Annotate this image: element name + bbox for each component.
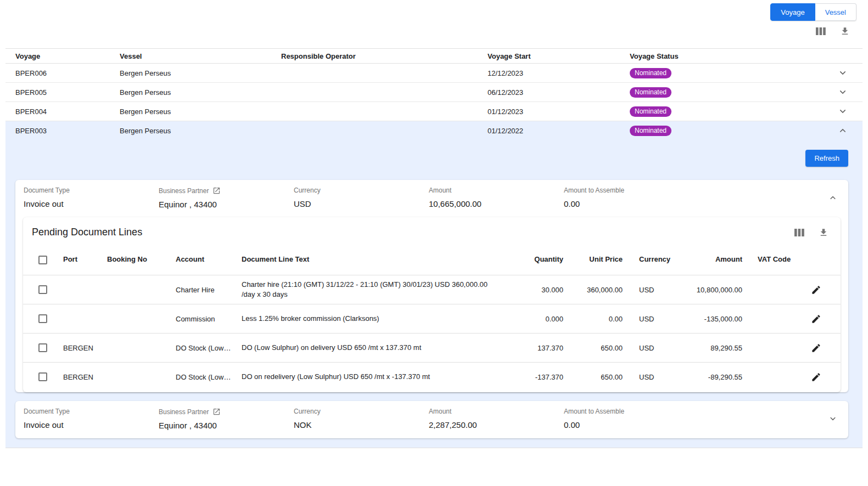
download-icon[interactable] <box>840 26 850 36</box>
row-checkbox[interactable] <box>38 343 47 352</box>
columns-icon[interactable] <box>816 27 826 36</box>
account-cell: DO Stock (Low… <box>176 344 242 352</box>
voyage-cell: BPER003 <box>5 127 120 135</box>
edit-pencil-icon[interactable] <box>811 372 821 382</box>
pending-document-lines-card: Pending Document Lines Port Booking No A… <box>23 217 841 392</box>
business-partner-label: Business Partner <box>159 187 209 195</box>
document-line-row: BERGEN DO Stock (Low… DO on redelivery (… <box>23 362 841 391</box>
unit-price-cell: 650.00 <box>563 344 623 352</box>
account-cell: Charter Hire <box>176 286 242 294</box>
currency-cell: USD <box>623 344 684 352</box>
unit-price-cell: 650.00 <box>563 373 623 381</box>
voyage-cell: BPER005 <box>5 88 120 97</box>
chevron-down-icon[interactable] <box>837 67 849 79</box>
edit-pencil-icon[interactable] <box>811 343 821 353</box>
toggle-vessel-button[interactable]: Vessel <box>815 3 856 21</box>
vessel-cell: Bergen Perseus <box>120 88 281 97</box>
document-line-row: Charter Hire Charter hire (21:10 (GMT) 3… <box>23 275 841 304</box>
document-summary[interactable]: Document Type Invoice out Business Partn… <box>15 180 848 217</box>
table-row[interactable]: BPER005 Bergen Perseus 06/12/2023 Nomina… <box>5 83 863 102</box>
chevron-up-icon[interactable] <box>837 125 849 137</box>
table-actions <box>816 26 850 36</box>
voyage-vessel-toggle: Voyage Vessel <box>770 3 856 21</box>
quantity-cell: -137.370 <box>520 373 563 381</box>
columns-icon[interactable] <box>794 228 804 237</box>
col-header-unit-price: Unit Price <box>563 254 623 265</box>
quantity-cell: 30.000 <box>520 286 563 294</box>
amount-label: Amount <box>429 408 564 415</box>
pending-document-lines-title: Pending Document Lines <box>32 227 142 238</box>
vessel-cell: Bergen Perseus <box>120 108 281 116</box>
row-checkbox[interactable] <box>38 285 47 294</box>
voyage-table-header: Voyage Vessel Responsible Operator Voyag… <box>5 48 863 64</box>
amount-to-assemble-value: 0.00 <box>564 420 699 430</box>
col-header-vat-code: VAT Code <box>742 254 791 265</box>
col-header-status: Voyage Status <box>630 52 789 60</box>
line-text-cell: DO (Low Sulphur) on delivery USD 650 /mt… <box>242 343 520 353</box>
line-text-cell: Less 1.25% broker commission (Clarksons) <box>242 314 520 324</box>
chevron-down-icon[interactable] <box>837 86 849 98</box>
voyage-start-cell: 06/12/2023 <box>488 88 630 97</box>
status-badge: Nominated <box>630 68 671 78</box>
voyage-cell: BPER004 <box>5 108 120 116</box>
amount-cell: 10,800,000.00 <box>684 286 742 294</box>
next-table-row-partial <box>5 448 863 453</box>
col-header-port: Port <box>63 254 107 265</box>
open-in-new-icon[interactable] <box>212 187 221 195</box>
edit-pencil-icon[interactable] <box>811 285 821 295</box>
status-badge: Nominated <box>630 126 671 136</box>
document-card: Document Type Invoice out Business Partn… <box>15 401 848 438</box>
vessel-cell: Bergen Perseus <box>120 127 281 135</box>
currency-label: Currency <box>294 408 429 415</box>
toggle-voyage-button[interactable]: Voyage <box>770 3 815 21</box>
document-card: Document Type Invoice out Business Partn… <box>15 180 848 392</box>
chevron-down-icon[interactable] <box>827 414 838 426</box>
select-all-checkbox[interactable] <box>38 256 47 264</box>
edit-pencil-icon[interactable] <box>811 314 821 324</box>
currency-label: Currency <box>294 187 429 194</box>
chevron-down-icon[interactable] <box>837 105 849 117</box>
amount-cell: -135,000.00 <box>684 315 742 323</box>
unit-price-cell: 360,000.00 <box>563 286 623 294</box>
amount-cell: -89,290.55 <box>684 373 742 381</box>
currency-cell: USD <box>623 315 684 323</box>
voyage-table: Voyage Vessel Responsible Operator Voyag… <box>5 48 863 140</box>
document-type-value: Invoice out <box>24 199 159 208</box>
col-header-vessel: Vessel <box>120 52 281 60</box>
col-header-operator: Responsible Operator <box>281 52 488 60</box>
table-row[interactable]: BPER006 Bergen Perseus 12/12/2023 Nomina… <box>5 64 863 83</box>
voyage-status-cell: Nominated <box>630 106 789 117</box>
voyage-status-cell: Nominated <box>630 126 789 136</box>
table-row[interactable]: BPER004 Bergen Perseus 01/12/2023 Nomina… <box>5 102 863 121</box>
business-partner-label: Business Partner <box>159 408 209 416</box>
account-cell: DO Stock (Low… <box>176 373 242 381</box>
col-header-booking-no: Booking No <box>107 254 176 265</box>
voyage-status-cell: Nominated <box>630 87 789 98</box>
document-line-row: Commission Less 1.25% broker commission … <box>23 304 841 333</box>
amount-to-assemble-value: 0.00 <box>564 199 699 208</box>
business-partner-value: Equinor , 43400 <box>159 421 294 430</box>
vessel-cell: Bergen Perseus <box>120 69 281 77</box>
download-icon[interactable] <box>819 228 828 238</box>
col-header-account: Account <box>176 254 242 265</box>
status-badge: Nominated <box>630 87 671 98</box>
document-type-label: Document Type <box>24 187 159 194</box>
col-header-line-text: Document Line Text <box>242 255 520 264</box>
account-cell: Commission <box>176 315 242 323</box>
voyage-status-cell: Nominated <box>630 68 789 78</box>
currency-value: NOK <box>294 420 429 430</box>
col-header-amount: Amount <box>684 254 742 265</box>
document-type-value: Invoice out <box>24 420 159 430</box>
currency-value: USD <box>294 199 429 208</box>
row-checkbox[interactable] <box>38 314 47 323</box>
refresh-button[interactable]: Refresh <box>805 150 848 167</box>
amount-to-assemble-label: Amount to Assemble <box>564 187 699 194</box>
open-in-new-icon[interactable] <box>212 408 221 416</box>
amount-label: Amount <box>429 187 564 194</box>
row-checkbox[interactable] <box>38 372 47 381</box>
voyage-start-cell: 12/12/2023 <box>488 69 630 77</box>
document-type-label: Document Type <box>24 408 159 415</box>
chevron-up-icon[interactable] <box>827 193 838 205</box>
document-summary[interactable]: Document Type Invoice out Business Partn… <box>15 401 848 438</box>
table-row-expanded[interactable]: BPER003 Bergen Perseus 01/12/2022 Nomina… <box>5 121 863 140</box>
